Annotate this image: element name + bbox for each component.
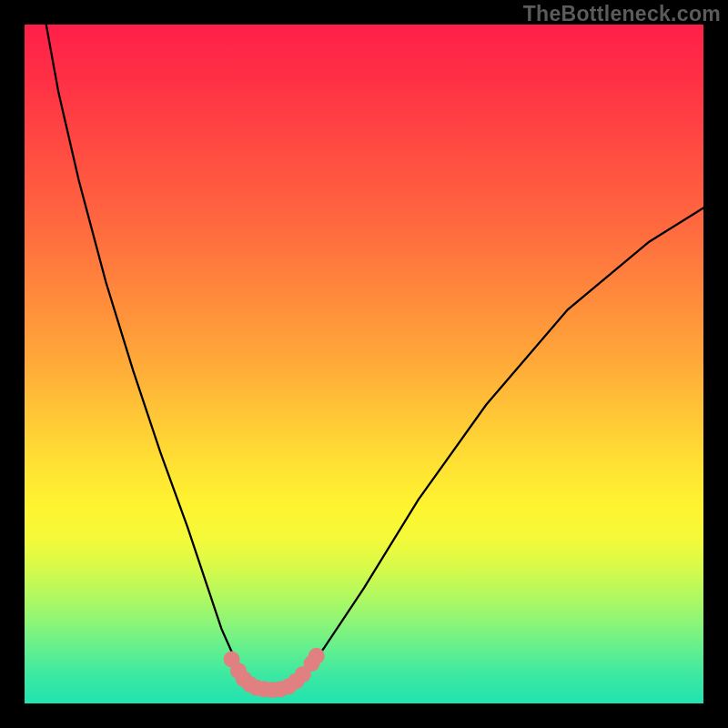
cluster-dot [308, 648, 325, 664]
cluster-dot [272, 681, 288, 697]
chart-frame: TheBottleneck.com [0, 0, 728, 728]
cluster-dot [230, 662, 247, 679]
data-dots [224, 648, 325, 698]
cluster-dot [264, 682, 280, 698]
plot-area [25, 25, 703, 703]
cluster-dot [224, 652, 240, 668]
cluster-dot [304, 655, 320, 672]
curve-layer [25, 25, 703, 703]
cluster-dot [236, 671, 252, 687]
bottleneck-curve [45, 25, 703, 690]
cluster-dot [280, 678, 297, 694]
watermark-text: TheBottleneck.com [523, 2, 721, 26]
cluster-dot [242, 676, 258, 693]
cluster-dot [295, 666, 311, 682]
cluster-dot [256, 681, 272, 697]
cluster-dot [248, 680, 265, 696]
cluster-dot [288, 672, 304, 689]
